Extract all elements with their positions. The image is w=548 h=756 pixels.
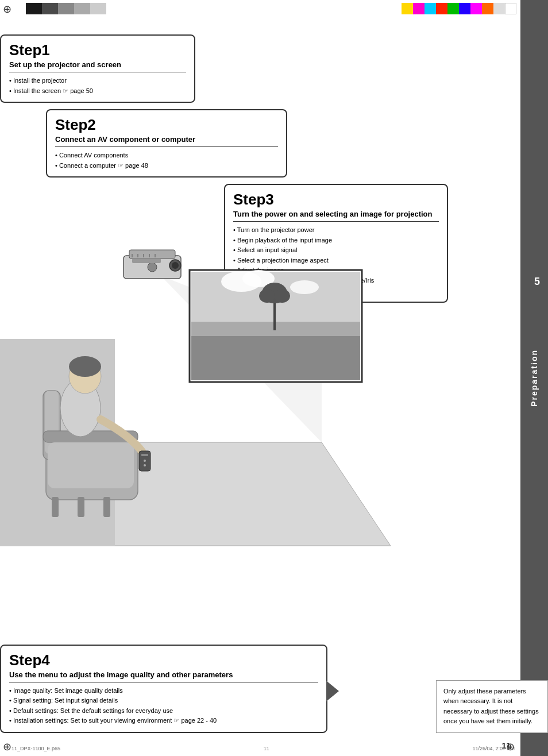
- chapter-number: 5: [534, 276, 540, 288]
- svg-rect-4: [132, 259, 161, 263]
- svg-point-38: [144, 460, 146, 462]
- step3-subtitle: Turn the power on and selecting an image…: [233, 210, 439, 222]
- footer: 11_DPX-1100_E.p65 11 11/26/04, 2:07 PM: [11, 746, 515, 751]
- step2-item-1: Connect AV components: [55, 151, 278, 161]
- svg-point-35: [69, 356, 101, 377]
- chapter-label: Preparation: [530, 349, 539, 407]
- note-text: Only adjust these parameters when necess…: [443, 688, 539, 725]
- svg-rect-19: [273, 299, 276, 330]
- svg-point-22: [274, 289, 290, 303]
- svg-point-16: [290, 280, 319, 294]
- svg-rect-32: [103, 497, 110, 517]
- step4-title: Step4: [9, 651, 318, 669]
- gray-bars: [26, 3, 106, 14]
- step4-items: Image quality: Set image quality details…: [9, 686, 318, 726]
- crop-mark-tl: ⊕: [3, 3, 11, 16]
- footer-right: 11/26/04, 2:07 PM: [472, 746, 515, 751]
- svg-point-3: [148, 263, 157, 272]
- svg-rect-17: [191, 332, 360, 380]
- step1-title: Step1: [9, 41, 186, 59]
- step4-item-1: Image quality: Set image quality details: [9, 686, 318, 696]
- step1-box: Step1 Set up the projector and screen In…: [0, 34, 195, 103]
- arrow-indicator: [326, 681, 339, 701]
- step4-item-3: Default settings: Set the default settin…: [9, 706, 318, 716]
- step4-subtitle: Use the menu to adjust the image quality…: [9, 670, 318, 682]
- step4-box: Step4 Use the menu to adjust the image q…: [0, 645, 327, 733]
- step2-subtitle: Connect an AV component or computer: [55, 135, 278, 147]
- svg-rect-2: [129, 250, 175, 259]
- svg-rect-29: [48, 442, 134, 488]
- svg-rect-31: [78, 497, 84, 517]
- svg-point-6: [172, 262, 179, 269]
- step2-title: Step2: [55, 116, 278, 134]
- illustration: [0, 224, 391, 551]
- step1-item-2: Install the screen ☞ page 50: [9, 86, 186, 97]
- crop-mark-bl: ⊕: [3, 740, 11, 753]
- footer-middle: 11: [264, 746, 269, 751]
- svg-point-21: [259, 289, 275, 303]
- footer-left: 11_DPX-1100_E.p65: [11, 746, 60, 751]
- step2-item-2: Connect a computer ☞ page 48: [55, 161, 278, 171]
- step4-item-2: Signal setting: Set input signal details: [9, 696, 318, 706]
- step1-item-1: Install the projector: [9, 76, 186, 86]
- step2-items: Connect AV components Connect a computer…: [55, 151, 278, 171]
- step4-item-4: Installation settings: Set to suit your …: [9, 716, 318, 726]
- step1-items: Install the projector Install the screen…: [9, 76, 186, 96]
- svg-rect-37: [141, 454, 148, 456]
- svg-point-39: [144, 464, 146, 466]
- step1-subtitle: Set up the projector and screen: [9, 60, 186, 72]
- svg-rect-30: [52, 497, 59, 517]
- step2-box: Step2 Connect an AV component or compute…: [46, 109, 287, 178]
- step3-title: Step3: [233, 191, 439, 209]
- color-bars: [402, 3, 516, 14]
- note-box: Only adjust these parameters when necess…: [436, 680, 548, 733]
- right-sidebar: 5 Preparation: [520, 0, 548, 756]
